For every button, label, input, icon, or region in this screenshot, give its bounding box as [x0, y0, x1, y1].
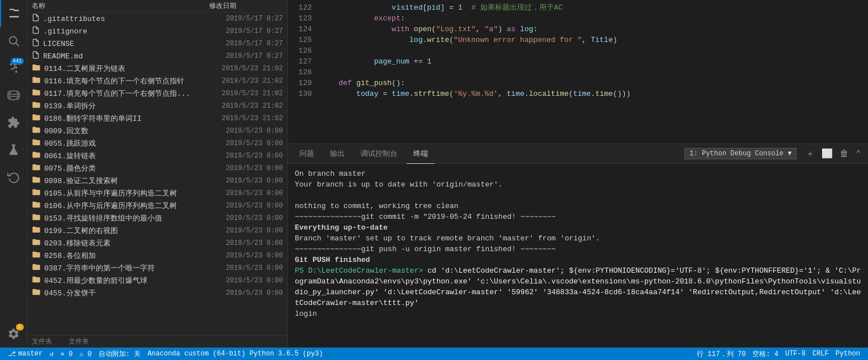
git-branch-icon: ⎇ [8, 350, 16, 358]
file-date-label: 2019/5/23 0:00 [226, 277, 283, 285]
warnings-status[interactable]: ⚠ 0 [76, 348, 95, 360]
file-date-label: 2019/5/17 0:27 [226, 40, 283, 48]
terminal-line [295, 319, 861, 330]
file-name-label: 0199.二叉树的右视图 [44, 226, 221, 236]
interpreter-status[interactable]: Anaconda custom (64-bit) Python 3.6.5 (p… [144, 348, 327, 360]
panel-tabs: 问题 输出 调试控制台 终端 1: Python Debug Console ▼… [288, 144, 868, 164]
source-control-activity-icon[interactable]: 441 [0, 54, 27, 82]
tab-terminal[interactable]: 终端 [407, 144, 435, 164]
file-date-label: 2019/5/23 0:00 [226, 139, 283, 147]
file-name-label: 0116.填充每个节点的下一个右侧节点指针 [44, 76, 217, 86]
extensions-activity-icon[interactable] [0, 109, 27, 136]
svg-point-2 [9, 91, 18, 100]
list-item[interactable]: 0116.填充每个节点的下一个右侧节点指针2019/5/23 21:02 [27, 75, 287, 87]
line-number: 128 [288, 67, 312, 78]
errors-label: ✕ 0 [60, 350, 73, 358]
list-item[interactable]: README.md2019/5/17 0:27 [27, 50, 287, 62]
file-date-label: 2019/5/23 0:00 [226, 252, 283, 260]
settings-activity-icon[interactable]: 1 [0, 320, 27, 348]
list-item[interactable]: 0105.从前序与中序遍历序列构造二叉树2019/5/23 0:00 [27, 187, 287, 200]
interpreter-label: Anaconda custom (64-bit) Python 3.6.5 (p… [147, 350, 323, 358]
list-item[interactable]: 0055.跳跃游戏2019/5/23 0:00 [27, 137, 287, 150]
file-icon [32, 13, 40, 24]
list-item[interactable]: 0203.移除链表元素2019/5/23 0:00 [27, 237, 287, 249]
language-status[interactable]: Python [832, 348, 863, 360]
tab-debug-console[interactable]: 调试控制台 [354, 144, 404, 164]
codicon-activity-icon[interactable] [0, 163, 27, 190]
folder-icon [32, 138, 41, 149]
file-name-label: 0455.分发饼干 [44, 288, 221, 298]
folder-icon [32, 175, 41, 187]
list-item[interactable]: 0186.翻转字符串里的单词II2019/5/23 21:02 [27, 112, 287, 125]
list-item[interactable]: 0455.分发饼干2019/5/23 0:00 [27, 287, 287, 299]
sync-status[interactable]: ↺ [46, 348, 57, 360]
list-item[interactable]: 0075.颜色分类2019/5/23 0:00 [27, 162, 287, 175]
line-col-status[interactable]: 行 117，列 70 [693, 348, 749, 360]
search-activity-icon[interactable] [0, 27, 27, 54]
code-line [321, 45, 868, 56]
list-item[interactable]: 0098.验证二叉搜索树2019/5/23 0:00 [27, 175, 287, 187]
encoding-status[interactable]: UTF-8 [782, 348, 809, 360]
folder-icon [32, 188, 41, 199]
code-line: def git_push(): [321, 78, 868, 88]
list-item[interactable]: 0387.字符串中的第一个唯一字符2019/5/23 0:00 [27, 262, 287, 274]
file-name-label: 0106.从中序与后序遍历序列构造二叉树 [44, 201, 221, 211]
file-name-label: 0075.颜色分类 [44, 163, 221, 173]
add-terminal-button[interactable]: ＋ [803, 147, 817, 161]
file-date-label: 2019/5/17 0:27 [226, 52, 283, 60]
terminal-line: Your branch is up to date with 'origin/m… [295, 179, 861, 190]
terminal-content[interactable]: On branch masterYour branch is up to dat… [288, 164, 868, 348]
spaces-status[interactable]: 空格: 4 [749, 348, 782, 360]
list-item[interactable]: .gitattributes2019/5/17 0:27 [27, 12, 287, 25]
list-item[interactable]: 0114.二叉树展开为链表2019/5/23 21:02 [27, 62, 287, 75]
panel: 问题 输出 调试控制台 终端 1: Python Debug Console ▼… [288, 143, 868, 348]
list-item[interactable]: 0009.回文数2019/5/23 0:00 [27, 125, 287, 137]
file-name-label: 0452.用最少数量的箭引爆气球 [44, 276, 221, 286]
kill-terminal-button[interactable]: 🗑 [837, 147, 851, 160]
terminal-line: PS D:\LeetCodeCrawler-master> cd 'd:\Lee… [295, 265, 861, 308]
tab-problems[interactable]: 问题 [293, 144, 321, 164]
maximize-panel-button[interactable]: ⌃ [853, 147, 863, 160]
file-icon [32, 50, 40, 62]
code-line: page_num += 1 [321, 56, 868, 67]
list-item[interactable]: 0106.从中序与后序遍历序列构造二叉树2019/5/23 0:00 [27, 200, 287, 212]
file-name-label: 0258.各位相加 [44, 251, 221, 261]
file-name-label: 0114.二叉树展开为链表 [44, 63, 217, 74]
auto-attach-status[interactable]: 自动附加: 关 [95, 348, 144, 360]
list-item[interactable]: 0139.单词拆分2019/5/23 21:02 [27, 100, 287, 112]
list-item[interactable]: .gitignore2019/5/17 0:27 [27, 25, 287, 37]
debug-activity-icon[interactable] [0, 82, 27, 109]
list-item[interactable]: 0117.填充每个节点的下一个右侧节点指...2019/5/23 21:02 [27, 87, 287, 100]
git-branch-status[interactable]: ⎇ master [5, 348, 46, 360]
folder-icon [32, 275, 41, 286]
file-date-label: 2019/5/23 0:00 [226, 202, 283, 210]
folder-icon [32, 262, 41, 274]
file-date-label: 2019/5/23 21:02 [222, 77, 283, 85]
terminal-line: ~~~~~~~~~~~~~~~git commit -m "2019-05-24… [295, 211, 861, 222]
list-item[interactable]: 0258.各位相加2019/5/23 0:00 [27, 249, 287, 262]
list-item[interactable]: 0199.二叉树的右视图2019/5/23 0:00 [27, 225, 287, 237]
list-item[interactable]: LICENSE2019/5/17 0:27 [27, 37, 287, 50]
list-item[interactable]: 0452.用最少数量的箭引爆气球2019/5/23 0:00 [27, 274, 287, 287]
errors-status[interactable]: ✕ 0 [57, 348, 76, 360]
tab-output[interactable]: 输出 [323, 144, 352, 164]
col-name-header: 名称 [32, 1, 209, 11]
file-name-label: 0153.寻找旋转排序数组中的最小值 [44, 213, 221, 223]
list-item[interactable]: 0153.寻找旋转排序数组中的最小值2019/5/23 0:00 [27, 212, 287, 225]
lineending-status[interactable]: CRLF [809, 348, 832, 360]
file-date-label: 2019/5/23 0:00 [226, 214, 283, 222]
split-terminal-button[interactable]: ⬜ [819, 147, 835, 160]
code-content[interactable]: visited[pid] = 1 # 如果标题出现过，用于AC except: … [316, 0, 868, 143]
svg-line-1 [16, 43, 19, 46]
flask-activity-icon[interactable] [0, 136, 27, 163]
code-editor[interactable]: 122123124125126127128129130 visited[pid]… [288, 0, 868, 143]
file-date-label: 2019/5/23 0:00 [226, 264, 283, 272]
folder-icon [32, 88, 41, 99]
list-item[interactable]: 0061.旋转链表2019/5/23 0:00 [27, 150, 287, 162]
files-activity-icon[interactable] [0, 0, 27, 27]
folder-icon [32, 163, 41, 174]
terminal-selector[interactable]: 1: Python Debug Console ▼ [684, 148, 797, 159]
settings-badge: 1 [16, 324, 24, 331]
line-numbers: 122123124125126127128129130 [288, 0, 316, 143]
file-date-label: 2019/5/23 21:02 [222, 90, 283, 98]
